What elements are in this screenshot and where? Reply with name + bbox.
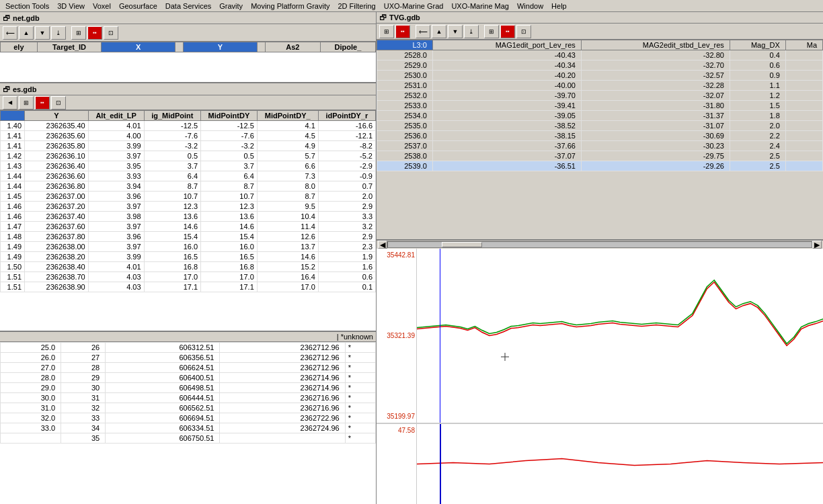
tvg-table-row[interactable]: 2535.0-38.52-31.072.0 [377, 121, 823, 131]
menu-window[interactable]: Window [513, 1, 547, 11]
bottom-table-row[interactable]: 33.034606334.512362724.96* [1, 423, 376, 433]
tvg-table-row[interactable]: 2528.0-40.43-32.800.4 [377, 50, 823, 60]
scroll-right-btn[interactable]: ▶ [812, 241, 822, 249]
bottom-table-row[interactable]: 31.032606562.512362716.96* [1, 403, 376, 413]
mid-table-row[interactable]: 1.512362638.704.0317.017.016.40.6 [1, 272, 376, 282]
tvg-table-row[interactable]: 2539.0-36.51-29.262.5 [377, 161, 823, 171]
mid-table-row[interactable]: 1.512362638.904.0317.117.117.00.1 [1, 282, 376, 292]
menu-uxo-marine-mag[interactable]: UXO-Marine Mag [447, 1, 513, 11]
tb-btn-1[interactable]: ⟵ [3, 26, 17, 40]
mid-table-row[interactable]: 1.452362637.003.9610.710.78.72.0 [1, 192, 376, 202]
tvg-table-row[interactable]: 2537.0-37.66-30.232.4 [377, 141, 823, 151]
tvg-tb-8[interactable]: ▪▪ [500, 25, 515, 38]
menu-gravity[interactable]: Gravity [215, 1, 247, 11]
menu-help[interactable]: Help [547, 1, 571, 11]
tvg-cell: -31.07 [581, 121, 730, 131]
mid-table-row[interactable]: 1.412362635.803.99-3.2-3.24.9-8.2 [1, 141, 376, 151]
tvg-table-row[interactable]: 2538.0-37.07-29.752.5 [377, 151, 823, 161]
mid-cell: 4.03 [88, 282, 144, 292]
tvg-table-row[interactable]: 2532.0-39.70-32.071.2 [377, 91, 823, 101]
tb-btn-6[interactable]: ▪▪ [87, 26, 102, 40]
scroll-left-btn[interactable]: ◀ [378, 241, 387, 249]
mid-cell: 15.2 [257, 262, 318, 272]
bottom-table-row[interactable]: 32.033606694.512362722.96* [1, 413, 376, 423]
tb-mid-btn-1[interactable]: ◀ [3, 96, 17, 110]
menu-3d-view[interactable]: 3D View [53, 1, 89, 11]
menu-uxo-marine-grad[interactable]: UXO-Marine Grad [380, 1, 448, 11]
tb-btn-3[interactable]: ▼ [35, 26, 50, 40]
tb-btn-4[interactable]: ⤓ [51, 26, 66, 40]
mid-table-row[interactable]: 1.492362638.203.9916.516.514.61.9 [1, 252, 376, 262]
tvg-table-row[interactable]: 2536.0-38.15-30.692.2 [377, 131, 823, 141]
mid-cell: 1.51 [1, 282, 25, 292]
mid-table-row[interactable]: 1.442362636.803.948.78.78.00.7 [1, 181, 376, 192]
tvg-tb-3[interactable]: ⟵ [416, 25, 430, 38]
mid-cell: 2362635.60 [25, 131, 89, 141]
tvg-table-row[interactable]: 2531.0-40.00-32.281.1 [377, 81, 823, 91]
mid-table-row[interactable]: 1.442362636.603.936.46.47.3-0.9 [1, 171, 376, 181]
bottom-cell: * [345, 393, 375, 403]
mid-cell: 2362636.10 [25, 151, 89, 161]
menu-data-services[interactable]: Data Services [161, 1, 215, 11]
mid-table-row[interactable]: 1.482362637.803.9615.415.412.62.9 [1, 232, 376, 242]
tvg-table-row[interactable]: 2530.0-40.20-32.570.9 [377, 71, 823, 81]
tvg-tb-9[interactable]: ⊡ [516, 25, 531, 38]
tvg-tb-4[interactable]: ▲ [432, 25, 446, 38]
tvg-table-row[interactable]: 2534.0-39.05-31.371.8 [377, 111, 823, 121]
tvg-table-row[interactable]: 2533.0-39.41-31.801.5 [377, 101, 823, 111]
menu-section-tools[interactable]: Section Tools [1, 1, 53, 11]
scroll-thumb[interactable] [442, 242, 482, 247]
mid-cell: 2362637.20 [25, 202, 89, 212]
bottom-cell: * [345, 423, 375, 433]
mid-table-row[interactable]: 1.412362635.604.00-7.6-7.64.5-12.1 [1, 131, 376, 141]
bottom-table-row[interactable]: 27.028606624.512362712.96* [1, 363, 376, 373]
bottom-table-row[interactable]: 30.031606444.512362716.96* [1, 393, 376, 403]
mid-table-row[interactable]: 1.472362637.603.9714.614.611.43.2 [1, 222, 376, 232]
bottom-cell: 33.0 [1, 423, 61, 433]
mid-table-row[interactable]: 1.432362636.403.953.73.76.6-2.9 [1, 161, 376, 171]
mid-cell: 1.41 [1, 141, 25, 151]
tvg-tb-6[interactable]: ⤓ [464, 25, 479, 38]
tvg-cell: 0.4 [730, 50, 785, 60]
bottom-table-row[interactable]: 25.026606312.512362712.96* [1, 343, 376, 353]
mid-table-row[interactable]: 1.462362637.403.9813.613.610.43.3 [1, 212, 376, 222]
bottom-table-row[interactable]: 29.030606498.512362714.96* [1, 383, 376, 393]
mid-cell: -8.2 [318, 141, 375, 151]
tvg-cell [785, 91, 822, 101]
tvg-cell: 2534.0 [377, 111, 433, 121]
mid-table-row[interactable]: 1.492362638.003.9716.016.013.72.3 [1, 242, 376, 252]
mid-table-row[interactable]: 1.422362636.103.970.50.55.7-5.2 [1, 151, 376, 161]
mid-cell: 7.3 [257, 171, 318, 181]
bottom-table-row[interactable]: 28.029606400.512362714.96* [1, 373, 376, 383]
tvg-cell: 2.2 [730, 131, 785, 141]
bottom-table-row[interactable]: 26.027606356.512362712.96* [1, 353, 376, 363]
scroll-track[interactable] [387, 241, 812, 248]
mid-table-row[interactable]: 1.502362638.404.0116.816.815.21.6 [1, 262, 376, 272]
tb-btn-7[interactable]: ⊡ [104, 26, 118, 40]
tvg-tb-7[interactable]: ⊞ [484, 25, 499, 38]
tb-mid-btn-2[interactable]: ⊞ [19, 96, 34, 110]
tvg-cell: 2529.0 [377, 60, 433, 71]
tb-mid-btn-3[interactable]: ▪▪ [35, 96, 50, 110]
chart2-y-axis: 47.58 [377, 424, 417, 504]
menu-voxel[interactable]: Voxel [89, 1, 115, 11]
menu-2d-filtering[interactable]: 2D Filtering [334, 1, 380, 11]
bottom-table-row[interactable]: 35606750.51* [1, 433, 376, 444]
tvg-cell: -40.34 [432, 60, 581, 71]
tvg-cell: 2.4 [730, 141, 785, 151]
tvg-tb-5[interactable]: ▼ [448, 25, 463, 38]
tvg-tb-2[interactable]: ▪▪ [395, 25, 410, 38]
tvg-cell: 2.5 [730, 151, 785, 161]
tvg-table-row[interactable]: 2529.0-40.34-32.700.6 [377, 60, 823, 71]
mid-table-row[interactable]: 1.462362637.203.9712.312.39.52.9 [1, 202, 376, 212]
menu-moving-platform-gravity[interactable]: Moving Platform Gravity [247, 1, 334, 11]
tvg-tb-1[interactable]: ⊞ [379, 25, 394, 38]
tvg-outer-titlebar: 🗗 TVG.gdb [377, 12, 823, 24]
menu-geosurface[interactable]: Geosurface [115, 1, 161, 11]
tb-mid-btn-4[interactable]: ⊡ [51, 96, 66, 110]
tvg-cell: -38.52 [432, 121, 581, 131]
tb-btn-2[interactable]: ▲ [19, 26, 34, 40]
mid-table-row[interactable]: 1.402362635.404.01-12.5-12.54.1-16.6 [1, 121, 376, 131]
tb-btn-5[interactable]: ⊞ [71, 26, 86, 40]
horizontal-scrollbar[interactable]: ◀ ▶ [377, 240, 823, 249]
